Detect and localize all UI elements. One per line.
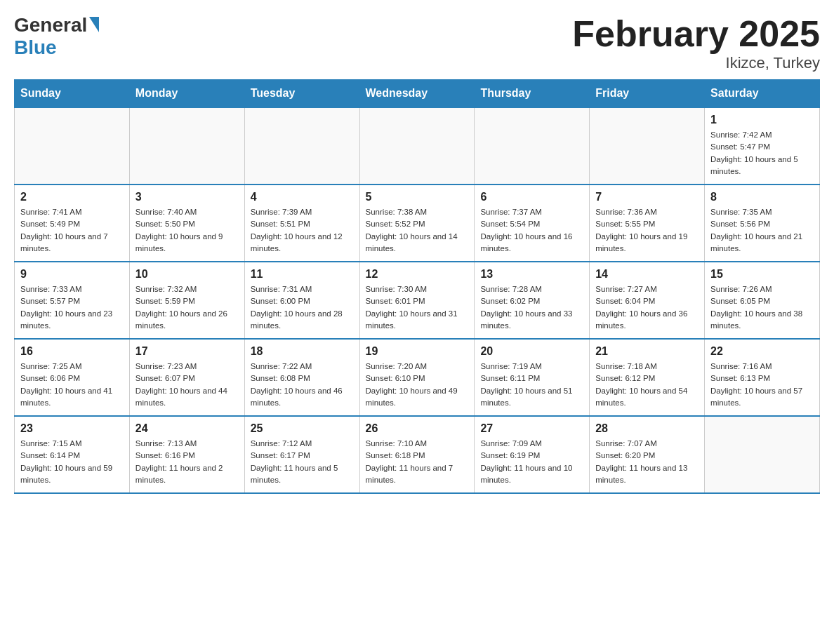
- calendar-cell: 15Sunrise: 7:26 AMSunset: 6:05 PMDayligh…: [705, 262, 820, 339]
- day-number: 3: [135, 191, 239, 203]
- day-number: 20: [480, 345, 583, 358]
- day-number: 26: [366, 422, 469, 435]
- calendar-cell: 7Sunrise: 7:36 AMSunset: 5:55 PMDaylight…: [590, 185, 705, 262]
- calendar-cell: [705, 416, 820, 493]
- calendar-cell: 24Sunrise: 7:13 AMSunset: 6:16 PMDayligh…: [129, 416, 244, 493]
- title-block: February 2025 Ikizce, Turkey: [572, 14, 820, 72]
- day-info: Sunrise: 7:10 AMSunset: 6:18 PMDaylight:…: [366, 438, 469, 486]
- day-info: Sunrise: 7:19 AMSunset: 6:11 PMDaylight:…: [480, 361, 583, 409]
- calendar-cell: 28Sunrise: 7:07 AMSunset: 6:20 PMDayligh…: [590, 416, 705, 493]
- day-info: Sunrise: 7:18 AMSunset: 6:12 PMDaylight:…: [595, 361, 699, 409]
- calendar-cell: [475, 107, 590, 185]
- calendar-cell: 23Sunrise: 7:15 AMSunset: 6:14 PMDayligh…: [15, 416, 130, 493]
- weekday-header-wednesday: Wednesday: [359, 80, 475, 108]
- calendar-cell: 11Sunrise: 7:31 AMSunset: 6:00 PMDayligh…: [244, 262, 359, 339]
- day-number: 2: [20, 191, 124, 203]
- calendar-cell: 10Sunrise: 7:32 AMSunset: 5:59 PMDayligh…: [129, 262, 244, 339]
- calendar-cell: 1Sunrise: 7:42 AMSunset: 5:47 PMDaylight…: [705, 107, 820, 185]
- calendar-cell: [129, 107, 244, 185]
- day-number: 24: [135, 422, 239, 435]
- location: Ikizce, Turkey: [572, 54, 820, 72]
- day-number: 6: [480, 191, 583, 203]
- day-info: Sunrise: 7:16 AMSunset: 6:13 PMDaylight:…: [710, 361, 814, 409]
- calendar-cell: 16Sunrise: 7:25 AMSunset: 6:06 PMDayligh…: [15, 339, 130, 416]
- calendar-week-row: 2Sunrise: 7:41 AMSunset: 5:49 PMDaylight…: [15, 185, 820, 262]
- calendar-week-row: 16Sunrise: 7:25 AMSunset: 6:06 PMDayligh…: [15, 339, 820, 416]
- weekday-header-tuesday: Tuesday: [244, 80, 359, 108]
- weekday-header-friday: Friday: [590, 80, 705, 108]
- calendar-cell: 22Sunrise: 7:16 AMSunset: 6:13 PMDayligh…: [705, 339, 820, 416]
- weekday-header-saturday: Saturday: [705, 80, 820, 108]
- calendar-header-row: SundayMondayTuesdayWednesdayThursdayFrid…: [15, 80, 820, 108]
- day-number: 10: [135, 268, 239, 281]
- calendar-cell: 18Sunrise: 7:22 AMSunset: 6:08 PMDayligh…: [244, 339, 359, 416]
- calendar-week-row: 23Sunrise: 7:15 AMSunset: 6:14 PMDayligh…: [15, 416, 820, 493]
- calendar-cell: [590, 107, 705, 185]
- calendar-cell: 9Sunrise: 7:33 AMSunset: 5:57 PMDaylight…: [15, 262, 130, 339]
- day-number: 22: [710, 345, 814, 358]
- calendar-week-row: 9Sunrise: 7:33 AMSunset: 5:57 PMDaylight…: [15, 262, 820, 339]
- calendar-cell: 14Sunrise: 7:27 AMSunset: 6:04 PMDayligh…: [590, 262, 705, 339]
- day-number: 8: [710, 191, 814, 203]
- calendar-cell: 21Sunrise: 7:18 AMSunset: 6:12 PMDayligh…: [590, 339, 705, 416]
- day-info: Sunrise: 7:35 AMSunset: 5:56 PMDaylight:…: [710, 206, 814, 255]
- day-number: 28: [595, 422, 699, 435]
- day-number: 15: [710, 268, 814, 281]
- calendar-cell: 12Sunrise: 7:30 AMSunset: 6:01 PMDayligh…: [359, 262, 475, 339]
- day-number: 27: [480, 422, 583, 435]
- day-info: Sunrise: 7:23 AMSunset: 6:07 PMDaylight:…: [135, 361, 239, 409]
- day-number: 19: [366, 345, 469, 358]
- calendar-cell: 2Sunrise: 7:41 AMSunset: 5:49 PMDaylight…: [15, 185, 130, 262]
- day-number: 11: [251, 268, 354, 281]
- day-number: 9: [20, 268, 124, 281]
- day-info: Sunrise: 7:38 AMSunset: 5:52 PMDaylight:…: [366, 206, 469, 255]
- weekday-header-monday: Monday: [129, 80, 244, 108]
- logo-blue-text: Blue: [14, 36, 57, 59]
- day-info: Sunrise: 7:28 AMSunset: 6:02 PMDaylight:…: [480, 283, 583, 332]
- day-info: Sunrise: 7:39 AMSunset: 5:51 PMDaylight:…: [251, 206, 354, 255]
- calendar-cell: 17Sunrise: 7:23 AMSunset: 6:07 PMDayligh…: [129, 339, 244, 416]
- day-info: Sunrise: 7:31 AMSunset: 6:00 PMDaylight:…: [251, 283, 354, 332]
- calendar-cell: 25Sunrise: 7:12 AMSunset: 6:17 PMDayligh…: [244, 416, 359, 493]
- day-number: 23: [20, 422, 124, 435]
- calendar-cell: 27Sunrise: 7:09 AMSunset: 6:19 PMDayligh…: [475, 416, 590, 493]
- calendar-cell: [15, 107, 130, 185]
- weekday-header-thursday: Thursday: [475, 80, 590, 108]
- day-info: Sunrise: 7:09 AMSunset: 6:19 PMDaylight:…: [480, 438, 583, 486]
- calendar-cell: 8Sunrise: 7:35 AMSunset: 5:56 PMDaylight…: [705, 185, 820, 262]
- calendar-cell: 5Sunrise: 7:38 AMSunset: 5:52 PMDaylight…: [359, 185, 475, 262]
- logo-general-text: General: [14, 14, 87, 36]
- day-number: 14: [595, 268, 699, 281]
- day-number: 12: [366, 268, 469, 281]
- calendar-cell: 19Sunrise: 7:20 AMSunset: 6:10 PMDayligh…: [359, 339, 475, 416]
- day-info: Sunrise: 7:07 AMSunset: 6:20 PMDaylight:…: [595, 438, 699, 486]
- month-title: February 2025: [572, 14, 820, 54]
- calendar-cell: [359, 107, 475, 185]
- calendar-cell: 20Sunrise: 7:19 AMSunset: 6:11 PMDayligh…: [475, 339, 590, 416]
- day-number: 1: [710, 114, 814, 126]
- day-info: Sunrise: 7:37 AMSunset: 5:54 PMDaylight:…: [480, 206, 583, 255]
- day-number: 25: [251, 422, 354, 435]
- day-info: Sunrise: 7:22 AMSunset: 6:08 PMDaylight:…: [251, 361, 354, 409]
- day-number: 4: [251, 191, 354, 203]
- day-number: 18: [251, 345, 354, 358]
- day-info: Sunrise: 7:40 AMSunset: 5:50 PMDaylight:…: [135, 206, 239, 255]
- day-info: Sunrise: 7:26 AMSunset: 6:05 PMDaylight:…: [710, 283, 814, 332]
- weekday-header-sunday: Sunday: [15, 80, 130, 108]
- day-number: 21: [595, 345, 699, 358]
- day-number: 13: [480, 268, 583, 281]
- calendar-cell: [244, 107, 359, 185]
- page-header: General Blue February 2025 Ikizce, Turke…: [14, 14, 820, 72]
- day-number: 16: [20, 345, 124, 358]
- day-info: Sunrise: 7:13 AMSunset: 6:16 PMDaylight:…: [135, 438, 239, 486]
- calendar-cell: 3Sunrise: 7:40 AMSunset: 5:50 PMDaylight…: [129, 185, 244, 262]
- day-info: Sunrise: 7:33 AMSunset: 5:57 PMDaylight:…: [20, 283, 124, 332]
- calendar-cell: 26Sunrise: 7:10 AMSunset: 6:18 PMDayligh…: [359, 416, 475, 493]
- calendar-cell: 13Sunrise: 7:28 AMSunset: 6:02 PMDayligh…: [475, 262, 590, 339]
- day-info: Sunrise: 7:36 AMSunset: 5:55 PMDaylight:…: [595, 206, 699, 255]
- calendar-week-row: 1Sunrise: 7:42 AMSunset: 5:47 PMDaylight…: [15, 107, 820, 185]
- day-info: Sunrise: 7:25 AMSunset: 6:06 PMDaylight:…: [20, 361, 124, 409]
- calendar-cell: 4Sunrise: 7:39 AMSunset: 5:51 PMDaylight…: [244, 185, 359, 262]
- day-info: Sunrise: 7:12 AMSunset: 6:17 PMDaylight:…: [251, 438, 354, 486]
- day-info: Sunrise: 7:41 AMSunset: 5:49 PMDaylight:…: [20, 206, 124, 255]
